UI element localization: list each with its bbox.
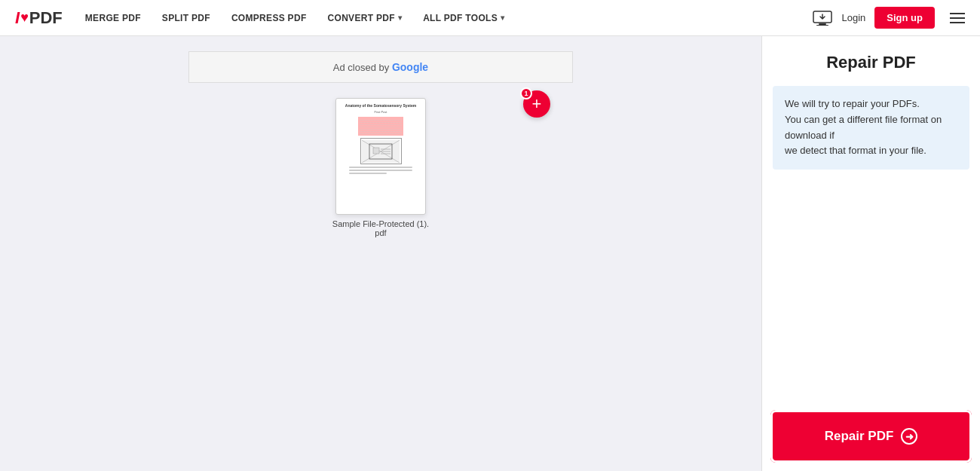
svg-rect-1 [819, 23, 826, 25]
nav-convert-pdf[interactable]: CONVERT PDF ▾ [328, 13, 403, 23]
navbar: I♥PDF MERGE PDF SPLIT PDF COMPRESS PDF C… [0, 0, 980, 36]
logo[interactable]: I♥PDF [15, 8, 63, 28]
nav-right: Login Sign up [812, 7, 965, 29]
all-tools-arrow-icon: ▾ [501, 14, 504, 22]
logo-i: I [15, 8, 20, 28]
doc-text-lines [349, 167, 413, 174]
sidebar: Repair PDF We will try to repair your PD… [761, 36, 980, 471]
doc-image-box [360, 138, 402, 164]
nav-merge-pdf[interactable]: MERGE PDF [85, 13, 141, 23]
nav-all-tools[interactable]: ALL PDF TOOLS ▾ [423, 13, 504, 23]
info-line3: we detect that format in your file. [785, 145, 926, 156]
file-card[interactable]: Anatomy of the Somatosensory System Firs… [332, 98, 430, 237]
nav-compress-pdf[interactable]: COMPRESS PDF [231, 13, 307, 23]
download-app-button[interactable] [812, 10, 833, 26]
repair-pdf-label: Repair PDF [825, 429, 894, 444]
login-button[interactable]: Login [842, 12, 866, 23]
signup-button[interactable]: Sign up [874, 7, 935, 29]
hamburger-line [950, 17, 965, 19]
doc-line [349, 173, 387, 174]
file-area: Anatomy of the Somatosensory System Firs… [188, 98, 573, 237]
convert-pdf-arrow-icon: ▾ [398, 14, 402, 22]
doc-line [349, 170, 413, 171]
hamburger-line [950, 22, 965, 23]
add-file-button[interactable]: 1 + [523, 90, 550, 118]
logo-pdf: PDF [29, 8, 63, 28]
info-box: We will try to repair your PDFs. You can… [773, 86, 969, 170]
doc-subtitle: First Post [341, 110, 421, 114]
logo-heart: ♥ [20, 10, 29, 26]
ad-closed-bar: Ad closed by Google [188, 51, 573, 83]
svg-rect-2 [816, 25, 828, 26]
doc-title: Anatomy of the Somatosensory System [341, 103, 421, 108]
google-text: Google [392, 61, 428, 73]
sidebar-title: Repair PDF [762, 36, 980, 86]
hamburger-line [950, 13, 965, 14]
circle-arrow-icon: ➜ [901, 428, 917, 445]
main-layout: Ad closed by Google Anatomy of the Somat… [0, 36, 980, 471]
sidebar-spacer [762, 170, 980, 402]
info-line2: You can get a different file format on d… [785, 114, 942, 141]
nav-split-pdf[interactable]: SPLIT PDF [162, 13, 210, 23]
ad-closed-text: Ad closed by [333, 62, 389, 73]
info-line1: We will try to repair your PDFs. [785, 98, 920, 109]
hamburger-menu-button[interactable] [950, 13, 965, 23]
doc-pink-block [358, 117, 403, 136]
download-app-icon [813, 11, 832, 26]
file-thumbnail-inner: Anatomy of the Somatosensory System Firs… [336, 99, 425, 214]
svg-rect-7 [373, 148, 379, 154]
content-area: Ad closed by Google Anatomy of the Somat… [0, 36, 761, 471]
file-name: Sample File-Protected (1).pdf [332, 219, 430, 237]
file-thumbnail: Anatomy of the Somatosensory System Firs… [335, 98, 426, 215]
file-count-badge: 1 [520, 87, 532, 99]
doc-line [349, 167, 413, 168]
nav-links: MERGE PDF SPLIT PDF COMPRESS PDF CONVERT… [85, 13, 812, 23]
plus-icon: + [532, 96, 542, 112]
repair-pdf-button[interactable]: Repair PDF ➜ [773, 412, 969, 460]
doc-illustration [362, 140, 400, 163]
